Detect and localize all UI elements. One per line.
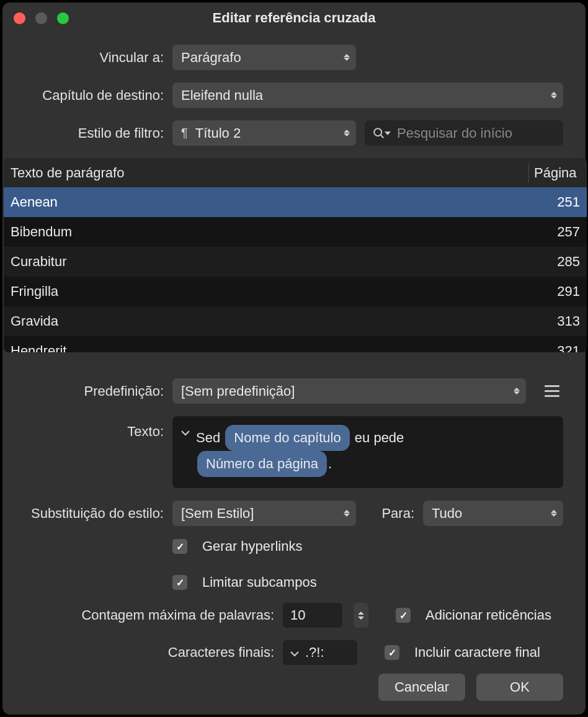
style-override-select[interactable]: [Sem Estilo] bbox=[172, 501, 356, 526]
cell-text: Bibendum bbox=[11, 224, 529, 240]
max-words-value: 10 bbox=[290, 607, 305, 623]
limit-subfields-label: Limitar subcampos bbox=[202, 574, 317, 590]
search-icon bbox=[372, 127, 391, 140]
window-title: Editar referência cruzada bbox=[2, 10, 586, 26]
stepper-icon bbox=[551, 510, 557, 517]
dialog-window: Editar referência cruzada Vincular a: Pa… bbox=[2, 2, 586, 715]
filter-style-value: Título 2 bbox=[195, 125, 241, 141]
preset-label: Predefinição: bbox=[25, 383, 164, 399]
traffic-lights bbox=[14, 12, 69, 24]
table-row[interactable]: Bibendum257 bbox=[4, 217, 587, 247]
hyperlinks-checkbox[interactable]: ✓ bbox=[172, 539, 187, 554]
include-final-label: Incluir caractere final bbox=[414, 644, 540, 661]
table-row[interactable]: Fringilla291 bbox=[4, 277, 587, 306]
preset-value: [Sem predefinição] bbox=[181, 383, 295, 399]
cell-text: Fringilla bbox=[11, 283, 529, 300]
stepper-icon bbox=[344, 510, 350, 517]
stepper-icon bbox=[344, 54, 350, 61]
text-editor[interactable]: Sed Nome do capítulo eu pede Número da p… bbox=[172, 416, 563, 488]
ellipsis-checkbox[interactable]: ✓ bbox=[396, 608, 411, 623]
text-content: Sed Nome do capítulo eu pede Número da p… bbox=[196, 425, 404, 477]
stepper-icon bbox=[551, 92, 557, 99]
cell-text: Hendrerit bbox=[11, 343, 529, 352]
cell-page: 313 bbox=[529, 313, 580, 329]
stepper-up-icon bbox=[358, 612, 364, 615]
final-chars-label: Caracteres finais: bbox=[25, 644, 274, 661]
ok-button[interactable]: OK bbox=[476, 674, 563, 701]
cell-page: 251 bbox=[529, 194, 580, 210]
for-label: Para: bbox=[365, 505, 414, 522]
cell-text: Aenean bbox=[11, 194, 529, 210]
cell-page: 285 bbox=[529, 254, 580, 270]
dest-chapter-label: Capítulo de destino: bbox=[25, 87, 164, 104]
max-words-stepper[interactable] bbox=[354, 603, 368, 628]
max-words-input[interactable]: 10 bbox=[283, 603, 342, 628]
filter-style-label: Estilo de filtro: bbox=[25, 125, 164, 141]
for-value: Tudo bbox=[432, 505, 462, 522]
titlebar: Editar referência cruzada bbox=[2, 2, 586, 33]
link-to-label: Vincular a: bbox=[25, 50, 164, 66]
pilcrow-icon: ¶ bbox=[181, 126, 188, 140]
col-header-text[interactable]: Texto de parágrafo bbox=[4, 165, 528, 181]
hyperlinks-label: Gerar hyperlinks bbox=[202, 538, 302, 554]
search-placeholder: Pesquisar do início bbox=[397, 125, 512, 141]
stepper-icon bbox=[514, 388, 520, 394]
stepper-icon bbox=[344, 130, 350, 136]
table-header: Texto de parágrafo Página bbox=[4, 158, 587, 187]
style-override-value: [Sem Estilo] bbox=[181, 505, 254, 522]
include-final-checkbox[interactable]: ✓ bbox=[385, 645, 399, 660]
hamburger-icon bbox=[545, 385, 559, 387]
preset-menu-button[interactable] bbox=[541, 380, 563, 403]
preset-select[interactable]: [Sem predefinição] bbox=[172, 378, 526, 404]
style-override-label: Substituição do estilo: bbox=[25, 505, 164, 522]
svg-marker-2 bbox=[385, 131, 391, 135]
for-select[interactable]: Tudo bbox=[423, 501, 563, 526]
ellipsis-label: Adicionar reticências bbox=[425, 607, 551, 623]
dest-chapter-value: Eleifend nulla bbox=[181, 87, 263, 104]
max-words-label: Contagem máxima de palavras: bbox=[25, 607, 274, 623]
final-chars-value: .?!: bbox=[305, 644, 324, 661]
col-header-page[interactable]: Página bbox=[528, 163, 587, 183]
paragraph-table: Texto de parágrafo Página Aenean251Biben… bbox=[4, 158, 587, 352]
maximize-button[interactable] bbox=[57, 12, 69, 24]
stepper-down-icon bbox=[358, 617, 364, 620]
limit-subfields-checkbox[interactable]: ✓ bbox=[172, 575, 187, 590]
chevron-down-icon bbox=[290, 644, 299, 661]
table-row[interactable]: Gravida313 bbox=[4, 306, 587, 336]
cell-text: Gravida bbox=[11, 313, 529, 329]
table-body: Aenean251Bibendum257Curabitur285Fringill… bbox=[4, 187, 587, 352]
cell-page: 291 bbox=[529, 283, 580, 300]
cell-page: 321 bbox=[529, 343, 580, 352]
link-to-select[interactable]: Parágrafo bbox=[172, 45, 356, 70]
cell-text: Curabitur bbox=[11, 254, 529, 270]
cancel-button[interactable]: Cancelar bbox=[378, 674, 465, 701]
final-chars-input[interactable]: .?!: bbox=[283, 640, 357, 665]
chevron-down-icon[interactable] bbox=[181, 427, 190, 439]
table-row[interactable]: Aenean251 bbox=[4, 187, 587, 217]
svg-point-0 bbox=[374, 128, 381, 136]
close-button[interactable] bbox=[14, 12, 25, 24]
text-label: Texto: bbox=[25, 416, 164, 440]
cell-page: 257 bbox=[529, 224, 580, 240]
svg-line-1 bbox=[381, 135, 384, 138]
link-to-value: Parágrafo bbox=[181, 50, 241, 66]
filter-style-select[interactable]: ¶ Título 2 bbox=[172, 120, 356, 146]
token-chapter-name[interactable]: Nome do capítulo bbox=[225, 425, 349, 451]
table-row[interactable]: Hendrerit321 bbox=[4, 336, 587, 352]
token-page-number[interactable]: Número da página bbox=[197, 451, 327, 477]
dest-chapter-select[interactable]: Eleifend nulla bbox=[172, 82, 563, 108]
minimize-button[interactable] bbox=[35, 12, 47, 24]
search-input[interactable]: Pesquisar do início bbox=[365, 120, 563, 146]
table-row[interactable]: Curabitur285 bbox=[4, 247, 587, 277]
